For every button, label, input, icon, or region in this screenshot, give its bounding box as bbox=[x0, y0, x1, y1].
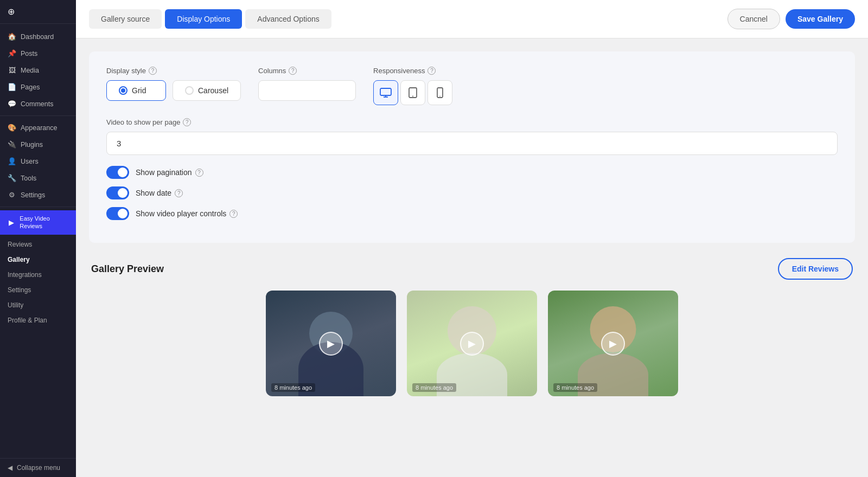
card-timestamp-1: 8 minutes ago bbox=[271, 383, 315, 392]
top-bar: Gallery source Display Options Advanced … bbox=[76, 0, 868, 38]
sidebar-item-label: Dashboard bbox=[21, 33, 54, 41]
responsiveness-label: Responsiveness ? bbox=[373, 67, 452, 75]
video-controls-info-icon[interactable]: ? bbox=[229, 210, 238, 218]
responsiveness-buttons bbox=[373, 80, 452, 105]
media-icon: 🖼 bbox=[8, 66, 16, 74]
sidebar-item-media[interactable]: 🖼 Media bbox=[0, 62, 76, 79]
gallery-card-2: ▶ 8 minutes ago bbox=[407, 291, 537, 396]
cancel-button[interactable]: Cancnel bbox=[727, 9, 780, 29]
sidebar-item-users[interactable]: 👤 Users bbox=[0, 153, 76, 170]
posts-icon: 📌 bbox=[8, 49, 16, 57]
sidebar-logo: ⊕ bbox=[0, 0, 76, 24]
sidebar-sub-item-reviews[interactable]: Reviews bbox=[0, 237, 76, 252]
sidebar-item-pages[interactable]: 📄 Pages bbox=[0, 79, 76, 95]
display-style-label: Display style ? bbox=[106, 67, 241, 75]
options-panel: Display style ? Grid Carousel bbox=[89, 51, 855, 243]
radio-card-carousel[interactable]: Carousel bbox=[173, 80, 241, 101]
plugins-icon: 🔌 bbox=[8, 140, 16, 149]
sidebar-item-tools[interactable]: 🔧 Tools bbox=[0, 170, 76, 186]
sidebar-item-label: Media bbox=[21, 67, 39, 74]
toggle-show-date[interactable] bbox=[106, 186, 129, 199]
toggle-show-pagination[interactable] bbox=[106, 166, 129, 179]
sidebar-item-dashboard[interactable]: 🏠 Dashboard bbox=[0, 28, 76, 45]
sidebar-item-appearance[interactable]: 🎨 Appearance bbox=[0, 119, 76, 136]
sidebar-sub-item-gallery[interactable]: Gallery bbox=[0, 252, 76, 267]
resp-btn-mobile[interactable] bbox=[427, 80, 452, 105]
tab-advanced-options[interactable]: Advanced Options bbox=[245, 9, 331, 29]
toggle-label-video-controls: Show video player controls ? bbox=[136, 209, 238, 218]
radio-label-grid: Grid bbox=[132, 86, 146, 95]
page-content: Display style ? Grid Carousel bbox=[76, 38, 868, 477]
tools-icon: 🔧 bbox=[8, 174, 16, 182]
sidebar-item-plugins[interactable]: 🔌 Plugins bbox=[0, 136, 76, 153]
toggle-row-date: Show date ? bbox=[106, 186, 838, 199]
date-info-icon[interactable]: ? bbox=[175, 189, 183, 197]
users-icon: 👤 bbox=[8, 157, 16, 165]
sidebar-collapse-button[interactable]: ◀ Collapse menu bbox=[0, 458, 76, 477]
sidebar-main-items: 🏠 Dashboard 📌 Posts 🖼 Media 📄 Pages 💬 Co… bbox=[0, 24, 76, 334]
per-page-input[interactable] bbox=[106, 132, 838, 155]
card-timestamp-2: 8 minutes ago bbox=[412, 383, 456, 392]
sidebar-divider-2 bbox=[0, 207, 76, 207]
top-bar-actions: Cancnel Save Gallery bbox=[727, 9, 855, 29]
toggle-row-pagination: Show pagination ? bbox=[106, 166, 838, 179]
toggle-label-date: Show date ? bbox=[136, 189, 183, 197]
gallery-preview-header: Gallery Preview Edit Reviews bbox=[89, 258, 855, 280]
sidebar-item-posts[interactable]: 📌 Posts bbox=[0, 45, 76, 62]
resp-btn-desktop[interactable] bbox=[373, 80, 398, 105]
play-button-2[interactable]: ▶ bbox=[460, 332, 484, 356]
responsiveness-group: Responsiveness ? bbox=[373, 67, 452, 105]
columns-info-icon[interactable]: ? bbox=[289, 67, 297, 75]
svg-point-4 bbox=[412, 96, 413, 97]
columns-input[interactable] bbox=[258, 80, 356, 101]
save-gallery-button[interactable]: Save Gallery bbox=[786, 9, 855, 29]
sidebar-item-settings[interactable]: ⚙ Settings bbox=[0, 186, 76, 203]
play-button-1[interactable]: ▶ bbox=[319, 332, 343, 356]
sidebar-sub-item-utility[interactable]: Utility bbox=[0, 298, 76, 313]
sidebar-item-comments[interactable]: 💬 Comments bbox=[0, 95, 76, 112]
sidebar-item-label: Plugins bbox=[21, 141, 43, 149]
per-page-label: Video to show per page ? bbox=[106, 118, 838, 126]
sidebar-sub-item-integrations[interactable]: Integrations bbox=[0, 267, 76, 282]
tab-group: Gallery source Display Options Advanced … bbox=[89, 9, 331, 29]
play-button-3[interactable]: ▶ bbox=[601, 332, 625, 356]
gallery-preview-title: Gallery Preview bbox=[91, 263, 164, 275]
responsiveness-info-icon[interactable]: ? bbox=[427, 67, 436, 75]
desktop-icon bbox=[380, 88, 392, 98]
gallery-grid: ▶ 8 minutes ago ▶ 8 minutes ago bbox=[89, 291, 855, 396]
display-style-info-icon[interactable]: ? bbox=[149, 67, 157, 75]
per-page-group: Video to show per page ? bbox=[106, 118, 838, 155]
sidebar-sub-item-settings[interactable]: Settings bbox=[0, 282, 76, 298]
sidebar-sub-items: Reviews Gallery Integrations Settings Ut… bbox=[0, 235, 76, 330]
sidebar-divider bbox=[0, 115, 76, 116]
comments-icon: 💬 bbox=[8, 100, 16, 108]
per-page-info-icon[interactable]: ? bbox=[183, 118, 191, 126]
sidebar-item-label: Posts bbox=[21, 50, 37, 57]
tab-display-options[interactable]: Display Options bbox=[165, 9, 242, 29]
sidebar-item-label: Tools bbox=[21, 175, 36, 182]
toggle-row-video-controls: Show video player controls ? bbox=[106, 207, 838, 220]
mobile-icon bbox=[437, 87, 443, 98]
display-style-row: Display style ? Grid Carousel bbox=[106, 67, 838, 105]
resp-btn-tablet[interactable] bbox=[400, 80, 425, 105]
radio-label-carousel: Carousel bbox=[198, 86, 228, 95]
pages-icon: 📄 bbox=[8, 83, 16, 91]
card-timestamp-3: 8 minutes ago bbox=[553, 383, 597, 392]
radio-card-grid[interactable]: Grid bbox=[106, 80, 166, 101]
sidebar-item-label: Pages bbox=[21, 83, 40, 91]
gallery-card-3: ▶ 8 minutes ago bbox=[548, 291, 678, 396]
radio-dot-carousel bbox=[185, 86, 194, 95]
toggle-show-video-controls[interactable] bbox=[106, 207, 129, 220]
tab-gallery-source[interactable]: Gallery source bbox=[89, 9, 162, 29]
main-content: Gallery source Display Options Advanced … bbox=[76, 0, 868, 477]
sidebar-item-label: Settings bbox=[21, 191, 45, 199]
edit-reviews-button[interactable]: Edit Reviews bbox=[778, 258, 853, 280]
sidebar-item-plugin[interactable]: ▶ Easy Video Reviews bbox=[0, 210, 76, 235]
gallery-preview-section: Gallery Preview Edit Reviews ▶ 8 minutes… bbox=[89, 258, 855, 396]
sidebar-sub-item-profile-plan[interactable]: Profile & Plan bbox=[0, 313, 76, 328]
plugin-icon: ▶ bbox=[8, 218, 15, 227]
columns-group: Columns ? bbox=[258, 67, 356, 101]
tablet-icon bbox=[409, 87, 417, 98]
pagination-info-icon[interactable]: ? bbox=[195, 169, 203, 177]
sidebar-item-label: Appearance bbox=[21, 124, 57, 132]
